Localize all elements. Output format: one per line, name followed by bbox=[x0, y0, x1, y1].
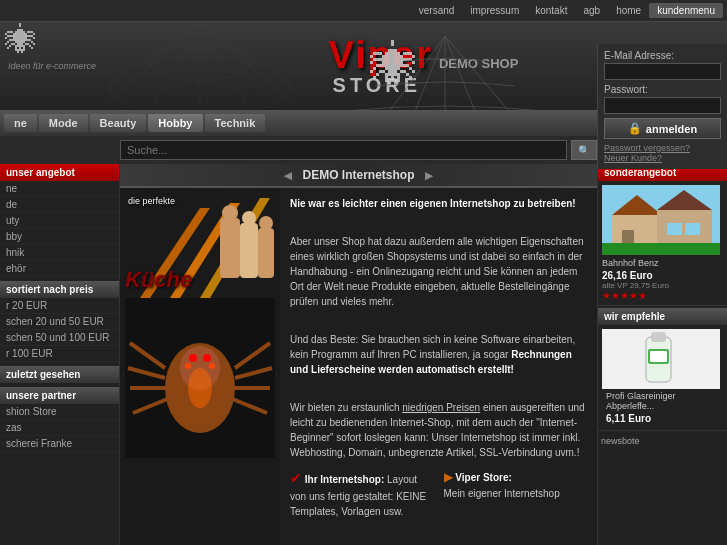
email-input[interactable] bbox=[604, 63, 721, 80]
forgot-password-link[interactable]: Passwort vergessen? bbox=[604, 143, 721, 153]
sidebar-item-ehor[interactable]: ehör bbox=[0, 261, 119, 277]
right-product-1-stars: ★★★★★ bbox=[602, 290, 723, 301]
spider-icon-left: 🕷 bbox=[5, 22, 37, 59]
search-input[interactable] bbox=[120, 140, 567, 160]
nav-item-technik[interactable]: Technik bbox=[205, 114, 266, 132]
spider-graphic bbox=[125, 298, 275, 458]
svg-line-11 bbox=[445, 36, 480, 111]
content-header-title: DEMO Internetshop bbox=[302, 168, 414, 182]
top-nav-agb[interactable]: agb bbox=[575, 3, 608, 18]
newsbot-section: newsbote bbox=[598, 433, 727, 451]
content-main-image: die perfekte Küche bbox=[120, 188, 280, 545]
bottom-left-title: Ihr Internetshop: bbox=[305, 474, 384, 485]
sidebar-item-ne[interactable]: ne bbox=[0, 181, 119, 197]
bottom-right-col: ▶ Viper Store: Mein eigener Internetshop bbox=[444, 468, 588, 519]
checkmark-icon: ✔ bbox=[290, 470, 302, 486]
right-product-1-old-price: alte VP 29,75 Euro bbox=[602, 281, 723, 290]
left-sidebar: unser angebot ne de uty bby hnik ehör so… bbox=[0, 164, 120, 545]
product1-graphic bbox=[602, 185, 720, 255]
top-nav-kundenmenu[interactable]: kundenmenu bbox=[649, 3, 723, 18]
login-button[interactable]: 🔒 anmelden bbox=[604, 118, 721, 139]
right-product-1-name: Bahnhof Benz bbox=[602, 258, 723, 268]
sidebar-price-title: sortiert nach preis bbox=[0, 281, 119, 298]
sidebar-item-hnik[interactable]: hnik bbox=[0, 245, 119, 261]
sidebar-angebot-title: unser angebot bbox=[0, 164, 119, 181]
nav-item-hobby[interactable]: Hobby bbox=[148, 114, 202, 132]
svg-rect-47 bbox=[602, 243, 720, 255]
center-content: ◀ DEMO Internetshop ▶ bbox=[120, 164, 597, 545]
password-label: Passwort: bbox=[604, 84, 721, 95]
right-product-2-price: 6,11 Euro bbox=[602, 413, 723, 426]
main-layout: unser angebot ne de uty bby hnik ehör so… bbox=[0, 164, 727, 545]
top-nav-kontakt[interactable]: kontakt bbox=[527, 3, 575, 18]
top-nav-versand[interactable]: versand bbox=[411, 3, 463, 18]
svg-rect-52 bbox=[650, 351, 667, 362]
svg-point-37 bbox=[209, 363, 215, 369]
sidebar-partner-fashion[interactable]: shion Store bbox=[0, 404, 119, 420]
bottom-left-col: ✔ Ihr Internetshop: Layout von uns ferti… bbox=[290, 468, 434, 519]
svg-point-38 bbox=[188, 368, 212, 408]
svg-rect-50 bbox=[651, 332, 666, 342]
content-para1: Aber unser Shop hat dazu außerdem alle w… bbox=[290, 234, 587, 309]
newsbot-title: newsbote bbox=[601, 436, 724, 446]
top-navigation: versand impressum kontakt agb home kunde… bbox=[0, 0, 727, 22]
sidebar-item-bby[interactable]: bby bbox=[0, 229, 119, 245]
right-product-1-image bbox=[602, 185, 720, 255]
empfehle-title: wir empfehle bbox=[598, 308, 727, 325]
scroll-left-arrow[interactable]: ◀ bbox=[280, 169, 296, 182]
content-text: Nie war es leichter einen eigenen Intern… bbox=[280, 188, 597, 545]
content-headline: Nie war es leichter einen eigenen Intern… bbox=[290, 198, 576, 209]
svg-rect-17 bbox=[220, 218, 240, 278]
right-sidebar: sonderangebot Bahnhof Benz 26,16 Euro bbox=[597, 164, 727, 545]
new-customer-link[interactable]: Neuer Kunde? bbox=[604, 153, 721, 163]
svg-rect-19 bbox=[240, 223, 258, 278]
sidebar-partner-title: unsere partner bbox=[0, 387, 119, 404]
password-input[interactable] bbox=[604, 97, 721, 114]
lock-icon: 🔒 bbox=[628, 122, 642, 135]
sidebar-price-over100[interactable]: r 100 EUR bbox=[0, 346, 119, 362]
product2-graphic bbox=[602, 329, 720, 389]
svg-point-36 bbox=[185, 363, 191, 369]
nav-item-beauty[interactable]: Beauty bbox=[90, 114, 147, 132]
right-product-1-price: 26,16 Euro bbox=[602, 270, 723, 281]
svg-rect-45 bbox=[667, 223, 682, 235]
svg-point-34 bbox=[189, 354, 197, 362]
svg-point-18 bbox=[222, 205, 238, 221]
right-product-1[interactable]: Bahnhof Benz 26,16 Euro alte VP 29,75 Eu… bbox=[598, 181, 727, 306]
sidebar-partner-zas[interactable]: zas bbox=[0, 420, 119, 436]
kitchen-subtitle: die perfekte bbox=[128, 196, 175, 206]
right-product-2[interactable]: Profi Glasreiniger Abperleffe... 6,11 Eu… bbox=[598, 325, 727, 431]
cobweb-svg bbox=[320, 36, 570, 111]
sidebar-price-50-100[interactable]: schen 50 und 100 EUR bbox=[0, 330, 119, 346]
svg-line-9 bbox=[410, 36, 445, 111]
content-header: ◀ DEMO Internetshop ▶ bbox=[120, 164, 597, 188]
top-nav-home[interactable]: home bbox=[608, 3, 649, 18]
svg-rect-21 bbox=[258, 228, 274, 278]
content-para3: Wir bieten zu erstaunlich niedrigen Prei… bbox=[290, 400, 587, 460]
nav-item-ne[interactable]: ne bbox=[4, 114, 37, 132]
sidebar-price-20-50[interactable]: schen 20 und 50 EUR bbox=[0, 314, 119, 330]
sidebar-item-de[interactable]: de bbox=[0, 197, 119, 213]
scroll-right-arrow[interactable]: ▶ bbox=[421, 169, 437, 182]
right-product-2-image bbox=[602, 329, 720, 389]
email-label: E-Mail Adresse: bbox=[604, 50, 721, 61]
kitchen-title: Küche bbox=[125, 267, 192, 293]
svg-point-22 bbox=[259, 216, 273, 230]
sidebar-item-uty[interactable]: uty bbox=[0, 213, 119, 229]
svg-point-20 bbox=[242, 211, 256, 225]
svg-rect-46 bbox=[685, 223, 700, 235]
bottom-right-text: Mein eigener Internetshop bbox=[444, 488, 560, 499]
content-para2: Und das Beste: Sie brauchen sich in kein… bbox=[290, 332, 587, 377]
right-product-2-name: Profi Glasreiniger Abperleffe... bbox=[602, 389, 723, 413]
kitchen-promo: die perfekte Küche bbox=[120, 188, 280, 298]
spider-image bbox=[125, 298, 275, 458]
login-button-label: anmelden bbox=[646, 123, 697, 135]
svg-line-8 bbox=[380, 36, 445, 111]
arrow-right-icon: ▶ bbox=[444, 470, 453, 484]
sidebar-price-under20[interactable]: r 20 EUR bbox=[0, 298, 119, 314]
top-nav-impressum[interactable]: impressum bbox=[462, 3, 527, 18]
search-button[interactable]: 🔍 bbox=[571, 140, 597, 160]
nav-item-mode[interactable]: Mode bbox=[39, 114, 88, 132]
sidebar-partner-franke[interactable]: scherei Franke bbox=[0, 436, 119, 452]
header-tagline: Ideen für e-commerce bbox=[0, 61, 120, 71]
